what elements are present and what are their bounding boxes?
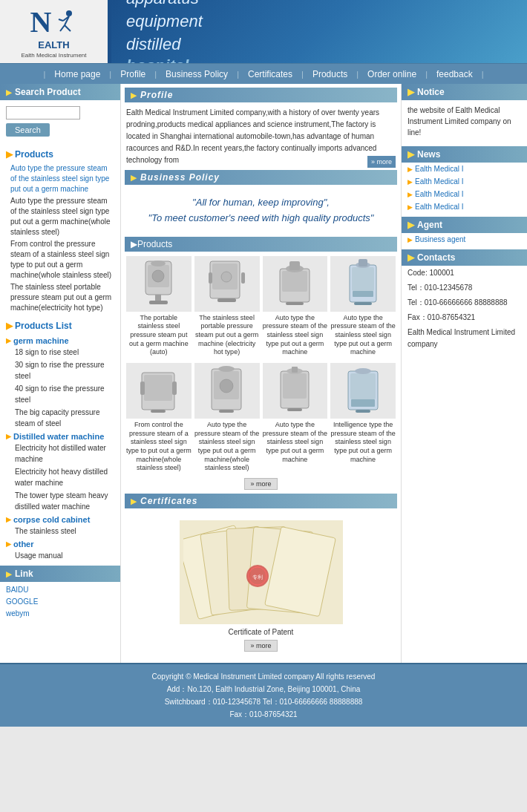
news-item-1[interactable]: ▶ Ealth Medical I <box>402 175 527 188</box>
sidebar-cat1-item-2[interactable]: The tower type steam heavy distilled wat… <box>0 489 120 513</box>
svg-rect-32 <box>172 382 177 395</box>
svg-rect-42 <box>292 367 298 373</box>
profile-more-link[interactable]: » more <box>367 156 396 168</box>
search-header: ▶ Search Product <box>0 84 120 100</box>
search-button[interactable]: Search <box>6 123 50 137</box>
products-more-link[interactable]: » more <box>244 478 278 490</box>
nav-home[interactable]: Home page <box>47 66 108 82</box>
sidebar-cat0-item-3[interactable]: The big capacity pressure steam of steel <box>0 406 120 430</box>
link-google[interactable]: GOOGLE <box>0 596 120 608</box>
business-policy-content: "All for human, keep improving", "To mee… <box>125 189 397 232</box>
sidebar-product-link-2[interactable]: From control the pressure steam of a sta… <box>0 238 120 281</box>
news-link-2[interactable]: Ealth Medical I <box>415 190 464 198</box>
svg-rect-27 <box>354 302 372 305</box>
svg-line-3 <box>65 25 71 31</box>
cat-arrow-icon: ▶ <box>6 540 11 548</box>
certificates-section: 专利 Certificate of Patent » more <box>125 513 397 659</box>
svg-text:专利: 专利 <box>252 574 263 580</box>
nav-bar: | Home page | Profile | Business Policy … <box>0 63 527 84</box>
notice-arrow-icon: ▶ <box>407 87 414 97</box>
svg-rect-28 <box>353 291 373 297</box>
products-title: ▶ Products <box>0 146 120 163</box>
product-name-6: Auto type the pressure steam of the stai… <box>263 421 327 463</box>
nav-products[interactable]: Products <box>305 66 355 82</box>
link-arrow-icon: ▶ <box>6 570 12 578</box>
business-policy-header: ▶ Business Policy <box>125 170 397 185</box>
cat-label: germ machine <box>13 336 69 345</box>
news-arrow-0: ▶ <box>407 166 413 173</box>
nav-sep: | <box>301 70 304 79</box>
svg-rect-9 <box>155 295 161 301</box>
search-section: ▶ Search Product Search <box>0 84 120 143</box>
sidebar-product-link-1[interactable]: Auto type the pressure steam of the stai… <box>0 195 120 238</box>
products-list-arrow-icon: ▶ <box>6 321 13 331</box>
svg-rect-40 <box>283 373 307 399</box>
news-title: News <box>417 149 440 160</box>
notice-text: the website of Ealth Medical Instrument … <box>402 100 527 143</box>
product-img-3 <box>330 256 396 312</box>
news-item-2[interactable]: ▶ Ealth Medical I <box>402 188 527 200</box>
news-link-1[interactable]: Ealth Medical I <box>415 177 464 186</box>
cat-germ-machine: ▶ germ machine <box>0 334 120 346</box>
header-brand: apparatus equipment distilled hospital <box>111 0 527 63</box>
agent-link-0[interactable]: Business agent <box>415 235 465 243</box>
product-name-4: From control the pressure steam of a sta… <box>126 421 192 471</box>
sidebar-cat3-item-0[interactable]: Usage manual <box>0 549 120 562</box>
news-item-3[interactable]: ▶ Ealth Medical I <box>402 200 527 213</box>
sidebar-cat2-item-0[interactable]: The stainless steel <box>0 525 120 537</box>
search-input[interactable] <box>6 106 80 119</box>
nav-feedback[interactable]: feedback <box>429 66 480 82</box>
nav-sep: | <box>43 70 45 79</box>
nav-business-policy[interactable]: Business Policy <box>158 66 235 82</box>
footer-switchboard: Switchboard：010-12345678 Tel：010-6666666… <box>6 695 521 708</box>
business-policy-icon: ▶ <box>131 173 137 183</box>
cert-more-link[interactable]: » more <box>244 640 278 652</box>
sidebar-product-link-3[interactable]: The stainless steel portable pressure st… <box>0 281 120 314</box>
sidebar-cat0-item-0[interactable]: 18 sign to rise steel <box>0 346 120 358</box>
product-img-5 <box>194 363 260 419</box>
products-list-title: ▶ Products List <box>0 318 120 334</box>
nav-order-online[interactable]: Order online <box>360 66 424 82</box>
news-link-0[interactable]: Ealth Medical I <box>415 165 464 173</box>
products-more-container: » more <box>125 478 397 490</box>
main-layout: ▶ Search Product Search ▶ Products Auto … <box>0 84 527 663</box>
nav-certificates[interactable]: Certificates <box>240 66 300 82</box>
nav-sep: | <box>109 70 111 79</box>
svg-rect-37 <box>219 410 234 413</box>
cat-label: Distilled water machine <box>13 432 104 441</box>
contacts-section: ▶ Contacts Code: 100001 Tel：010-12345678… <box>402 249 527 352</box>
news-link-3[interactable]: Ealth Medical I <box>415 203 464 211</box>
certificates-header: ▶ Certificates <box>125 494 397 508</box>
products-label: Products <box>15 149 53 160</box>
news-item-0[interactable]: ▶ Ealth Medical I <box>402 163 527 175</box>
sidebar-cat1-item-1[interactable]: Electricity hot heavy distilled water ma… <box>0 465 120 489</box>
logo-n: N <box>30 4 52 39</box>
sidebar-product-link-0[interactable]: Auto type the pressure steam of the stai… <box>0 163 120 195</box>
certificates-title: Certificates <box>140 496 197 506</box>
right-sidebar: ▶ Notice the website of Ealth Medical In… <box>401 84 527 663</box>
cat-corpse-cold: ▶ corpse cold cabinet <box>0 513 120 525</box>
contact-fax: Fax：010-87654321 <box>402 310 527 325</box>
svg-rect-16 <box>217 298 236 302</box>
notice-title: Notice <box>417 87 445 97</box>
svg-rect-48 <box>351 399 375 407</box>
link-baidu[interactable]: BAIDU <box>0 584 120 596</box>
sidebar-cat1-item-0[interactable]: Electricity hot distilled water machine <box>0 442 120 465</box>
agent-item-0[interactable]: ▶ Business agent <box>402 233 527 246</box>
sidebar-cat0-item-1[interactable]: 30 sign to rise the pressure steel <box>0 358 120 382</box>
product-img-4 <box>126 363 192 419</box>
nav-sep: | <box>237 70 239 79</box>
products-arrow-icon: ▶ <box>6 149 13 160</box>
notice-section: ▶ Notice the website of Ealth Medical In… <box>402 84 527 143</box>
sidebar-cat0-item-2[interactable]: 40 sign to rise the pressure steel <box>0 382 120 406</box>
link-webym[interactable]: webym <box>0 608 120 620</box>
product-img-7 <box>330 363 396 419</box>
certificate-label: Certificate of Patent <box>126 628 396 636</box>
logo-brand: EALTH <box>38 39 69 50</box>
svg-point-36 <box>218 366 235 372</box>
contact-tel2: Tel：010-66666666 88888888 <box>402 295 527 310</box>
svg-rect-33 <box>151 410 166 413</box>
nav-sep: | <box>356 70 359 79</box>
product-item-5: Auto type the pressure steam of the stai… <box>194 363 260 473</box>
nav-profile[interactable]: Profile <box>113 66 153 82</box>
